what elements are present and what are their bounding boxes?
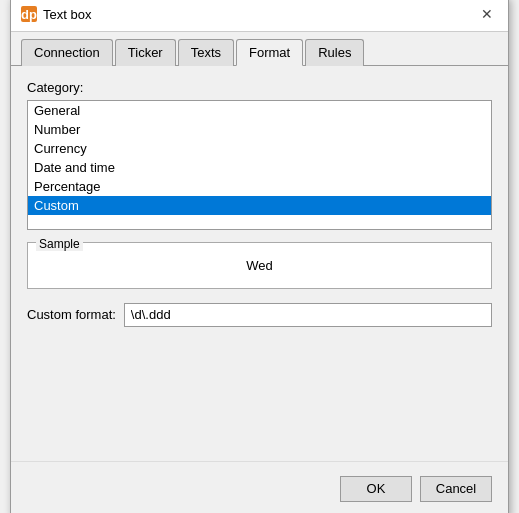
tab-rules[interactable]: Rules [305, 39, 364, 66]
tab-ticker[interactable]: Ticker [115, 39, 176, 66]
dialog-window: dp Text box ✕ Connection Ticker Texts Fo… [10, 0, 509, 513]
tab-bar: Connection Ticker Texts Format Rules [11, 32, 508, 66]
category-list[interactable]: General Number Currency Date and time Pe… [27, 100, 492, 230]
ok-button[interactable]: OK [340, 476, 412, 502]
title-bar: dp Text box ✕ [11, 0, 508, 32]
format-row: Custom format: [27, 303, 492, 327]
tab-content: Category: General Number Currency Date a… [11, 66, 508, 341]
list-item-custom[interactable]: Custom [28, 196, 491, 215]
list-item[interactable]: Date and time [28, 158, 491, 177]
list-item[interactable]: Percentage [28, 177, 491, 196]
close-button[interactable]: ✕ [476, 3, 498, 25]
list-item[interactable]: Number [28, 120, 491, 139]
tab-format[interactable]: Format [236, 39, 303, 66]
sample-group: Sample Wed [27, 242, 492, 289]
category-label: Category: [27, 80, 492, 95]
footer: OK Cancel [11, 461, 508, 514]
title-left: dp Text box [21, 6, 91, 22]
tab-connection[interactable]: Connection [21, 39, 113, 66]
list-item[interactable]: Currency [28, 139, 491, 158]
custom-format-input[interactable] [124, 303, 492, 327]
cancel-button[interactable]: Cancel [420, 476, 492, 502]
app-icon: dp [21, 6, 37, 22]
dialog-title: Text box [43, 7, 91, 22]
sample-legend: Sample [36, 237, 83, 251]
sample-value: Wed [28, 258, 491, 288]
format-label: Custom format: [27, 307, 116, 322]
tab-texts[interactable]: Texts [178, 39, 234, 66]
list-item[interactable]: General [28, 101, 491, 120]
